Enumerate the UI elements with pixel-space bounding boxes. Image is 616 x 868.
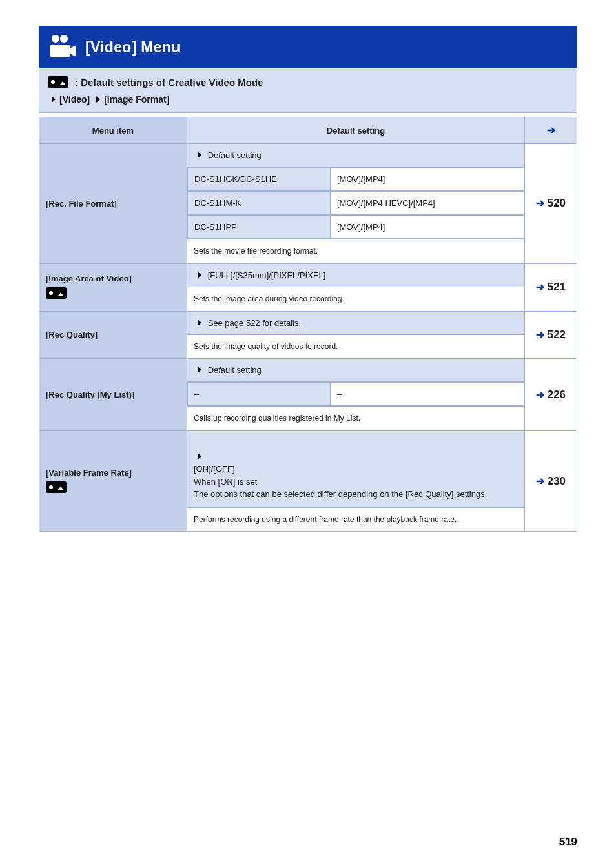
menu-item-name: [Rec Quality] [39,311,187,359]
arrow-right-icon: ➔ [536,197,544,208]
mode-badge-icon [46,287,67,299]
ref-page: 520 [548,197,566,209]
menu-item-desc: Performs recording using a different fra… [187,507,525,532]
default-heading: See page 522 for details. [187,311,525,334]
ref-page: 230 [548,475,566,487]
arrow-right-icon: ➔ [547,125,555,136]
svg-point-1 [60,35,68,43]
default-model: DC-S1HPP [188,216,331,239]
th-item: Menu item [39,117,187,144]
chevron-right-icon [52,96,56,103]
default-value: [MOV]/[MP4] [331,168,524,191]
default-value: [MOV]/[MP4] [331,216,524,239]
arrow-right-icon: ➔ [536,329,544,340]
menu-items-table: Menu item Default setting ➔ [Rec. File F… [39,117,577,532]
camcorder-icon [48,34,77,60]
breadcrumb: [Video] [Image Format] [48,94,568,105]
menu-item-name-text: [Image Area of Video] [46,274,180,283]
chevron-right-icon [198,367,201,373]
ref-cell[interactable]: ➔ 226 [525,359,577,431]
default-heading-label: [FULL]/[S35mm]/[PIXEL/PIXEL] [208,270,326,280]
breadcrumb-item: [Image Format] [104,94,169,105]
default-heading: Default setting [187,144,525,167]
menu-item-desc: Sets the image area during video recordi… [187,287,525,311]
ref-page: 226 [548,389,566,401]
default-heading: Default setting [187,359,525,382]
chevron-right-icon [198,453,201,459]
ref-cell[interactable]: ➔ 520 [525,144,577,264]
default-model: DC-S1HGK/DC-S1HE [188,168,331,191]
default-value: [MOV]/[MP4 HEVC]/[MP4] [331,192,524,215]
page-title: [Video] Menu [85,39,181,56]
menu-item-name-text: [Variable Frame Rate] [46,468,180,478]
ref-cell[interactable]: ➔ 521 [525,263,577,311]
chevron-right-icon [198,319,201,326]
chevron-right-icon [96,96,100,103]
ref-page: 522 [548,328,566,341]
default-heading-label: Default setting [208,365,262,375]
ref-cell[interactable]: ➔ 230 [525,431,577,532]
default-heading-label: See page 522 for details. [208,318,302,328]
svg-rect-2 [50,45,70,57]
menu-item-name: [Rec. File Format] [39,144,187,264]
default-heading: [ON]/[OFF] When [ON] is set The options … [187,431,525,508]
default-model: – [188,383,331,406]
menu-item-desc: Sets the image quality of videos to reco… [187,334,525,359]
chevron-right-icon [198,152,201,158]
mode-badge-icon [48,76,68,88]
th-default: Default setting [187,117,525,144]
default-value: – [331,383,524,406]
arrow-right-icon: ➔ [536,281,544,292]
arrow-right-icon: ➔ [536,476,544,487]
mode-badge-icon [46,481,67,493]
menu-item-name: [Rec Quality (My List)] [39,359,187,431]
svg-point-0 [52,35,59,43]
arrow-right-icon: ➔ [536,389,544,400]
menu-item-name: [Variable Frame Rate] [39,431,187,532]
default-heading-label: [ON]/[OFF] When [ON] is set The options … [194,464,487,499]
menu-item-desc: Sets the movie file recording format. [187,239,525,264]
mode-label: : Default settings of Creative Video Mod… [75,77,263,88]
menu-item-name: [Image Area of Video] [39,263,187,311]
breadcrumb-item: [Video] [59,94,90,105]
th-ref: ➔ [525,117,577,144]
page-number: 519 [559,836,577,849]
default-heading-label: Default setting [208,150,262,160]
menu-item-desc: Calls up recording qualities registered … [187,407,525,431]
ref-page: 521 [548,281,566,293]
ref-cell[interactable]: ➔ 522 [525,311,577,359]
default-heading: [FULL]/[S35mm]/[PIXEL/PIXEL] [187,263,525,287]
intro-box: : Default settings of Creative Video Mod… [39,68,577,113]
chevron-right-icon [198,272,201,278]
video-menu-header: [Video] Menu [39,26,577,68]
default-model: DC-S1HM-K [188,192,331,215]
